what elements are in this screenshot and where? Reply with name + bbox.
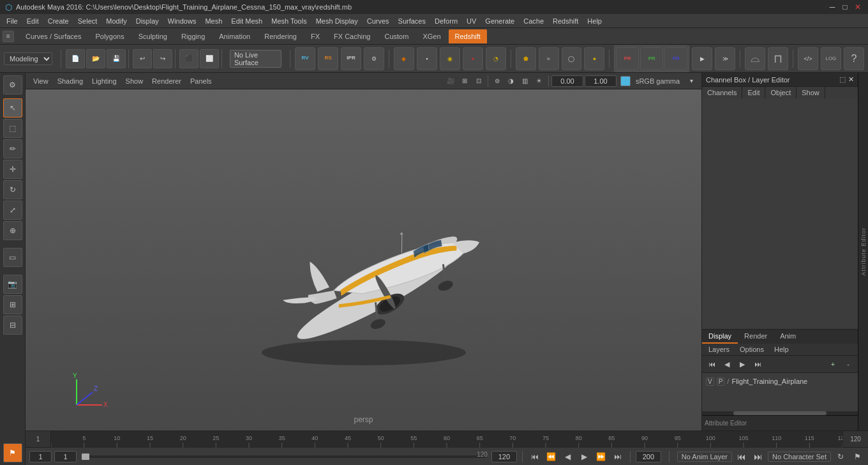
- workspace-tab-fx-caching[interactable]: FX Caching: [327, 29, 377, 43]
- vp-isolate-btn[interactable]: ⊚: [491, 75, 504, 88]
- layer-v-btn[interactable]: V: [706, 377, 714, 386]
- rs-mat3-button[interactable]: ◯: [562, 47, 582, 70]
- left-settings-button[interactable]: ⚙: [3, 75, 22, 95]
- current-frame-start-input[interactable]: [29, 451, 52, 462]
- vp-display-btn[interactable]: ⊞: [458, 75, 471, 88]
- rs-bowl1-button[interactable]: ⌓: [745, 47, 765, 70]
- vp-value1-input[interactable]: [551, 75, 583, 87]
- viewport-menu-lighting[interactable]: Lighting: [88, 77, 121, 86]
- channel-tab-object[interactable]: Object: [765, 87, 797, 98]
- layer-prev-btn[interactable]: ⏮: [705, 357, 719, 371]
- rs-mat2-button[interactable]: ≈: [539, 47, 559, 70]
- channel-box-expand-btn[interactable]: ⬚: [839, 75, 846, 84]
- channel-tab-channels[interactable]: Channels: [702, 87, 742, 98]
- workspace-tab-polygons[interactable]: Polygons: [89, 29, 130, 43]
- rs-play-button[interactable]: ▶: [692, 47, 712, 70]
- layer-p-btn[interactable]: P: [717, 377, 725, 386]
- layer-end-btn[interactable]: ⏭: [751, 357, 765, 371]
- step-forward-button[interactable]: ⏩: [594, 450, 608, 464]
- menu-curves[interactable]: Curves: [363, 16, 393, 26]
- maximize-button[interactable]: □: [840, 2, 850, 12]
- go-to-end-button[interactable]: ⏭: [611, 450, 625, 464]
- timeline-scrubber[interactable]: [82, 454, 89, 460]
- rs-fill-sphere-button[interactable]: ●: [463, 47, 483, 70]
- vp-gamma-expand-btn[interactable]: ▾: [685, 75, 698, 88]
- viewport-3d[interactable]: X Y Z persp: [26, 89, 701, 431]
- rs-pr2-button[interactable]: PR: [640, 47, 663, 70]
- menu-mesh-tools[interactable]: Mesh Tools: [267, 16, 310, 26]
- camera-button[interactable]: 📷: [3, 275, 22, 294]
- menu-deform[interactable]: Deform: [431, 16, 461, 26]
- rs-bowl2-button[interactable]: ⊓: [768, 47, 788, 70]
- menu-windows[interactable]: Windows: [164, 16, 200, 26]
- rs-ipr-button[interactable]: IPR: [341, 47, 361, 70]
- save-scene-button[interactable]: 💾: [107, 49, 126, 68]
- menu-select[interactable]: Select: [74, 16, 101, 26]
- layer-tab-anim[interactable]: Anim: [774, 330, 802, 344]
- workspace-tab-sculpting[interactable]: Sculpting: [132, 29, 174, 43]
- workspace-selector[interactable]: Modeling Rigging Sculpting: [4, 52, 52, 65]
- rs-pr1-button[interactable]: PR: [616, 47, 639, 70]
- channel-box-close-btn[interactable]: ✕: [848, 75, 854, 84]
- char-set-prev-btn[interactable]: ⏮: [735, 450, 749, 464]
- layer-tab-display[interactable]: Display: [702, 330, 738, 344]
- menu-modify[interactable]: Modify: [102, 16, 130, 26]
- quick-sel-button[interactable]: ⚑: [3, 443, 22, 462]
- fps-input[interactable]: [636, 451, 661, 462]
- paint-tool-button[interactable]: ✏: [3, 139, 22, 158]
- go-to-start-button[interactable]: ⏮: [528, 450, 542, 464]
- menu-redshift[interactable]: Redshift: [549, 16, 582, 26]
- new-scene-button[interactable]: 📄: [66, 49, 85, 68]
- rs-pr3-button[interactable]: PR: [664, 47, 687, 70]
- rs-log-button[interactable]: LOG: [821, 47, 841, 70]
- attribute-editor-tab[interactable]: Attribute Editor: [703, 417, 748, 429]
- rs-wave-button[interactable]: ◔: [486, 47, 506, 70]
- menu-edit[interactable]: Edit: [23, 16, 43, 26]
- layer-fwd-btn[interactable]: ▶: [735, 357, 749, 371]
- rs-rv-button[interactable]: RV: [295, 47, 315, 70]
- layer-scroll[interactable]: [702, 411, 858, 415]
- vp-value2-input[interactable]: [585, 75, 617, 87]
- select-by-object-button[interactable]: ⬛: [179, 49, 198, 68]
- menu-mesh-display[interactable]: Mesh Display: [312, 16, 362, 26]
- char-set-next-btn[interactable]: ⏭: [751, 450, 765, 464]
- no-char-set-selector[interactable]: No Character Set: [768, 452, 831, 462]
- title-controls[interactable]: ─ □ ✕: [827, 2, 863, 12]
- play-back-button[interactable]: ◀: [561, 450, 575, 464]
- rotate-tool-button[interactable]: ↻: [3, 180, 22, 199]
- workspace-tab-rigging[interactable]: Rigging: [175, 29, 211, 43]
- layer-back-btn[interactable]: ◀: [720, 357, 734, 371]
- rs-diamond-button[interactable]: ◆: [394, 47, 414, 70]
- menu-edit-mesh[interactable]: Edit Mesh: [227, 16, 266, 26]
- marquee-button[interactable]: ▭: [3, 248, 22, 267]
- vp-camera-btn[interactable]: 🎥: [444, 75, 457, 88]
- universal-manip-button[interactable]: ⊕: [3, 221, 22, 240]
- viewport-menu-shading[interactable]: Shading: [54, 77, 87, 86]
- camera-minus-button[interactable]: ⊟: [3, 316, 22, 335]
- workspace-tab-rendering[interactable]: Rendering: [258, 29, 303, 43]
- menu-mesh[interactable]: Mesh: [201, 16, 226, 26]
- time-ruler[interactable]: // This will be handled via JS below 510…: [51, 431, 842, 448]
- lasso-select-button[interactable]: ⬚: [3, 119, 22, 138]
- range-end-input[interactable]: [491, 451, 517, 462]
- rs-mat1-button[interactable]: ⬟: [516, 47, 536, 70]
- no-anim-layer-selector[interactable]: No Anim Layer: [677, 452, 732, 462]
- current-frame-input[interactable]: [54, 451, 77, 462]
- menu-file[interactable]: File: [3, 16, 22, 26]
- workspace-tab-curves-surfaces[interactable]: Curves / Surfaces: [19, 29, 87, 43]
- layers-sub-tab[interactable]: Layers: [705, 345, 733, 354]
- move-tool-button[interactable]: ✛: [3, 160, 22, 179]
- rs-settings-button[interactable]: ⚙: [364, 47, 384, 70]
- options-sub-tab[interactable]: Options: [736, 345, 768, 354]
- channel-tab-edit[interactable]: Edit: [742, 87, 765, 98]
- step-back-button[interactable]: ⏪: [544, 450, 558, 464]
- menu-generate[interactable]: Generate: [481, 16, 518, 26]
- menu-surfaces[interactable]: Surfaces: [394, 16, 430, 26]
- menu-uv[interactable]: UV: [463, 16, 480, 26]
- rs-skip-button[interactable]: ≫: [715, 47, 735, 70]
- bookmark-button[interactable]: ⚑: [850, 450, 864, 464]
- viewport-menu-show[interactable]: Show: [122, 77, 147, 86]
- close-button[interactable]: ✕: [853, 2, 863, 12]
- vp-shaded-btn[interactable]: ◑: [505, 75, 518, 88]
- attribute-side-tab[interactable]: Attribute Editor: [858, 73, 868, 431]
